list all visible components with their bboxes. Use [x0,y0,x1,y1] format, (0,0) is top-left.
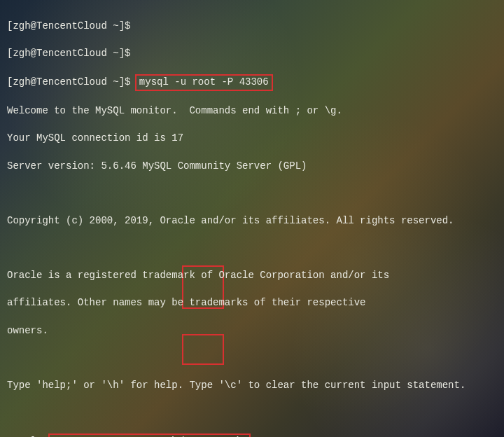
trademark-line: Oracle is a registered trademark of Orac… [7,269,497,283]
help-line: Type 'help;' or '\h' for help. Type '\c'… [7,379,497,393]
blank-line [7,242,497,256]
welcome-line: Welcome to the MySQL monitor. Commands e… [7,104,497,118]
blank-line [7,187,497,201]
copyright-line: Copyright (c) 2000, 2019, Oracle and/or … [7,214,497,228]
highlighted-query: SHOW VARIABLES LIKE 'character%'; [48,433,251,437]
terminal-output[interactable]: [zgh@TencentCloud ~]$ [zgh@TencentCloud … [7,6,497,437]
blank-line [7,406,497,420]
shell-prompt: [zgh@TencentCloud ~]$ [7,76,136,88]
shell-prompt: [zgh@TencentCloud ~]$ [7,48,130,59]
highlighted-command: mysql -u root -P 43306 [135,74,273,91]
welcome-line: Server version: 5.6.46 MySQL Community S… [7,160,497,174]
shell-prompt: [zgh@TencentCloud ~]$ [7,20,130,32]
trademark-line: owners. [7,324,497,338]
blank-line [7,352,497,366]
welcome-line: Your MySQL connection id is 17 [7,132,497,146]
trademark-line: affiliates. Other names may be trademark… [7,296,497,310]
